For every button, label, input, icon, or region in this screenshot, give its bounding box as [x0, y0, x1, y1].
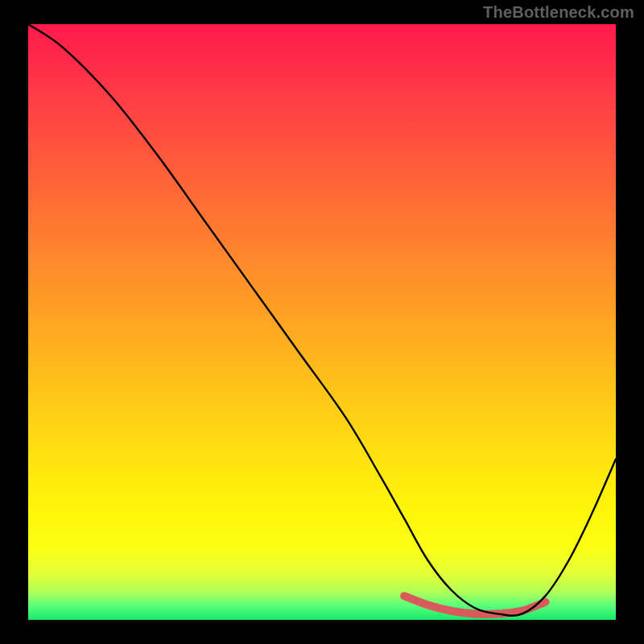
optimal-range-marker [404, 596, 545, 614]
curve-layer [28, 24, 616, 620]
bottleneck-curve [28, 24, 616, 616]
plot-area [28, 24, 616, 620]
chart-frame: TheBottleneck.com [0, 0, 644, 644]
watermark-text: TheBottleneck.com [483, 3, 634, 22]
